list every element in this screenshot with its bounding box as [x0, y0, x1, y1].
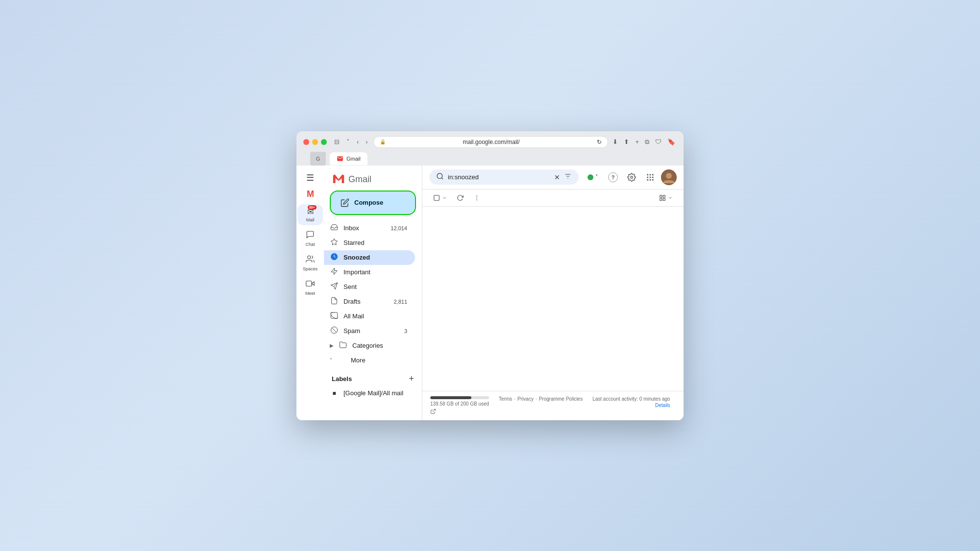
categories-expand-icon: ▶	[330, 343, 334, 348]
view-options-button[interactable]	[656, 192, 676, 203]
tabs-button[interactable]: ⧉	[643, 137, 651, 147]
meet-icon	[306, 279, 315, 290]
sidebar-item-drafts[interactable]: Drafts 2,811	[324, 294, 415, 309]
tab-bar: G Gmail	[303, 152, 677, 166]
sidebar-item-more[interactable]: ˅ More	[324, 353, 415, 368]
refresh-icon	[457, 194, 464, 201]
sidebar-item-snoozed[interactable]: Snoozed	[324, 250, 415, 265]
hamburger-menu-button[interactable]: ☰	[303, 169, 317, 186]
footer-links-section: Terms · Privacy · Programme Policies	[499, 396, 583, 402]
sidebar-item-inbox[interactable]: Inbox 12,014	[324, 221, 415, 236]
labels-add-button[interactable]: +	[409, 374, 414, 384]
mail-icon: ✉ 99+	[307, 207, 314, 216]
nav-rail: ☰ M ✉ 99+ Mail Chat	[296, 166, 324, 420]
programme-policies-link[interactable]: Programme Policies	[539, 396, 583, 402]
browser-titlebar: ⊟ ˅ ‹ › 🔒 mail.google.com/mail/ ↻ ⬇ ⬆ + …	[296, 131, 684, 166]
new-tab-button[interactable]: +	[634, 137, 640, 147]
nav-rail-label-meet: Meet	[305, 291, 315, 296]
svg-point-20	[652, 174, 654, 175]
compose-label: Compose	[354, 199, 383, 206]
nav-rail-item-spaces[interactable]: Spaces	[297, 252, 323, 274]
mail-badge: 99+	[308, 205, 317, 210]
sidebar-toggle-button[interactable]: ⊟	[333, 137, 341, 147]
google-mail-all-label: [Google Mail]/All mail	[343, 389, 407, 397]
search-filter-button[interactable]	[564, 172, 572, 182]
star-icon	[330, 238, 339, 247]
details-link[interactable]: Details	[655, 403, 670, 408]
svg-marker-6	[331, 268, 337, 274]
select-all-button[interactable]	[430, 192, 450, 203]
sidebar-item-sent[interactable]: Sent	[324, 280, 415, 294]
more-vertical-icon	[473, 194, 480, 201]
all-mail-label: All Mail	[343, 312, 407, 320]
spam-count: 3	[404, 328, 407, 334]
compose-icon	[341, 198, 349, 207]
separator-2: ·	[536, 396, 537, 402]
sent-icon	[330, 282, 339, 291]
minimize-button[interactable]	[312, 139, 318, 145]
apps-button[interactable]	[642, 169, 658, 185]
terms-link[interactable]: Terms	[499, 396, 512, 402]
svg-line-13	[441, 178, 443, 179]
svg-rect-2	[306, 281, 312, 286]
spam-icon	[330, 326, 339, 335]
svg-point-21	[647, 176, 648, 178]
shield-icon[interactable]: 🛡	[654, 137, 663, 147]
main-content: in:snoozed ✕ ˅	[422, 166, 684, 420]
sidebar-item-important[interactable]: Important	[324, 265, 415, 280]
svg-point-31	[476, 197, 477, 198]
storage-usage-text: 139.58 GB of 200 GB used	[430, 401, 489, 407]
address-bar[interactable]: 🔒 mail.google.com/mail/ ↻	[373, 136, 609, 148]
inbox-icon	[330, 223, 339, 233]
download-button[interactable]: ⬇	[611, 137, 619, 147]
spaces-icon	[306, 255, 315, 265]
all-mail-icon	[330, 311, 339, 321]
sidebar-item-google-mail-all[interactable]: ■ [Google Mail]/All mail	[324, 386, 415, 401]
sidebar-item-all-mail[interactable]: All Mail	[324, 309, 415, 324]
svg-point-18	[647, 174, 648, 175]
status-indicator-button[interactable]: ˅	[584, 172, 602, 182]
gmail-tab[interactable]: Gmail	[330, 152, 368, 165]
svg-marker-1	[312, 282, 314, 286]
nav-rail-item-chat[interactable]: Chat	[297, 227, 323, 250]
settings-button[interactable]	[624, 169, 639, 185]
svg-line-11	[332, 328, 336, 332]
svg-point-19	[650, 174, 651, 175]
email-toolbar	[422, 190, 684, 207]
svg-point-28	[666, 173, 672, 179]
close-button[interactable]	[303, 139, 309, 145]
maximize-button[interactable]	[321, 139, 327, 145]
favicon-button[interactable]: G	[310, 152, 326, 166]
status-dot	[588, 174, 593, 180]
search-bar[interactable]: in:snoozed ✕	[429, 169, 579, 185]
more-options-button[interactable]	[470, 192, 483, 203]
back-button[interactable]: ‹	[355, 137, 360, 147]
settings-icon	[627, 173, 636, 182]
storage-bar-fill	[430, 396, 471, 399]
pocket-icon[interactable]: 🔖	[666, 137, 677, 147]
last-activity-section: Last account activity: 0 minutes ago Det…	[592, 396, 670, 408]
labels-section: Labels +	[324, 368, 422, 386]
svg-rect-33	[660, 195, 662, 197]
refresh-button[interactable]	[454, 192, 466, 203]
forward-button[interactable]: ›	[364, 137, 369, 147]
compose-button[interactable]: Compose	[330, 191, 416, 215]
sidebar-item-starred[interactable]: Starred	[324, 236, 415, 250]
sidebar-chevron-button[interactable]: ˅	[345, 137, 351, 147]
upgrade-icon[interactable]	[430, 408, 489, 415]
sidebar: Gmail Compose Inbox 12,0	[324, 166, 422, 420]
footer-links: Terms · Privacy · Programme Policies	[499, 396, 583, 402]
reload-icon[interactable]: ↻	[597, 139, 602, 145]
spam-label: Spam	[343, 327, 399, 335]
search-clear-button[interactable]: ✕	[554, 173, 560, 181]
footer: 139.58 GB of 200 GB used Terms · Privacy	[422, 391, 684, 420]
nav-rail-item-mail[interactable]: ✉ 99+ Mail	[297, 204, 323, 225]
share-button[interactable]: ⬆	[622, 137, 631, 147]
sidebar-item-categories[interactable]: ▶ Categories	[324, 338, 415, 353]
help-button[interactable]: ?	[605, 169, 621, 185]
nav-rail-item-meet[interactable]: Meet	[297, 276, 323, 299]
gmail-text: Gmail	[348, 174, 371, 185]
user-avatar[interactable]	[661, 169, 677, 185]
privacy-link[interactable]: Privacy	[517, 396, 534, 402]
sidebar-item-spam[interactable]: Spam 3	[324, 324, 415, 338]
